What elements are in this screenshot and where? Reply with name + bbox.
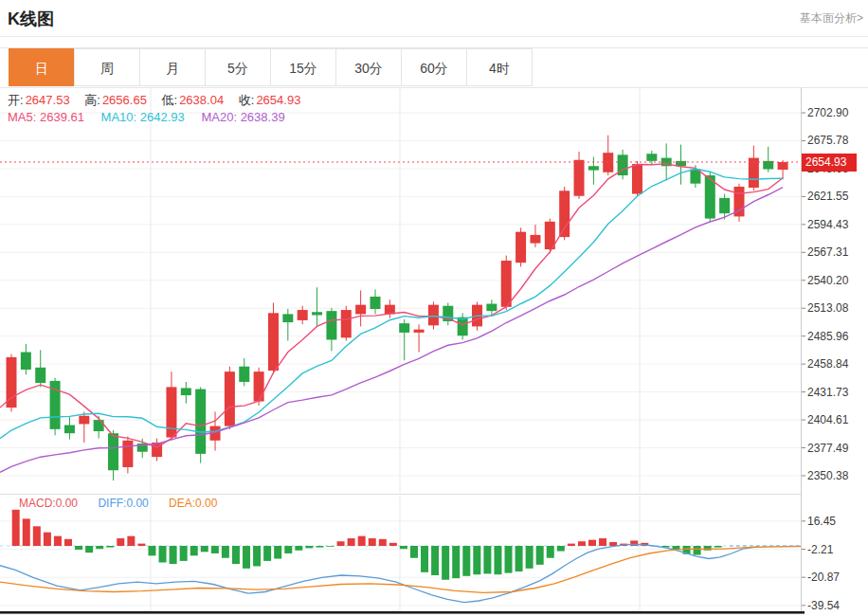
macd-histogram-bar [462,546,470,576]
macd-histogram-bar [714,546,722,548]
y-axis-label: 2567.31 [807,245,848,259]
macd-histogram-bar [180,546,188,561]
tab-5min[interactable]: 5分 [205,48,271,86]
macd-histogram-bar [526,546,533,569]
candle-body [94,420,104,431]
close-label: 收: [239,93,255,107]
high-value: 2656.65 [102,93,147,107]
diff-readout: DIFF:0.00 [98,497,148,510]
current-price-badge: 2654.93 [802,154,857,172]
macd-histogram-bar [106,546,114,548]
tab-30min[interactable]: 30分 [335,48,402,86]
macd-histogram-bar [348,538,355,546]
candle-body [486,304,497,312]
y-axis-label: 2621.55 [807,190,848,203]
macd-histogram-bar [515,546,523,571]
candle-body [588,166,599,170]
macd-histogram-bar [75,546,82,550]
candle-body [355,305,366,315]
macd-histogram-bar [442,546,449,580]
macd-histogram-bar [400,546,407,549]
candle-body [108,433,118,470]
macd-histogram-bar [23,518,30,546]
candle-body [181,388,191,395]
macd-histogram-bar [505,546,513,573]
macd-histogram-bar [201,546,208,552]
macd-histogram-bar [253,546,261,566]
candle-body [646,154,657,161]
dea-readout: DEA:0.00 [169,497,217,510]
macd-histogram-bar [159,546,167,562]
macd-histogram-bar [327,546,335,547]
low-label: 低: [162,93,178,107]
diff-line [0,544,758,602]
y-axis-label: 2540.20 [807,274,848,287]
y-axis-label: 2377.49 [807,442,848,455]
macd-histogram-bar [421,546,428,572]
macd-histogram-bar [96,546,103,549]
macd-histogram-bar [358,536,366,546]
candle-body [559,190,570,237]
y-axis-label: 2350.38 [807,469,848,482]
candle-body [341,310,352,337]
macd-histogram-bar [557,546,565,552]
macd-info-row: MACD:0.00 DIFF:0.00 DEA:0.00 [19,497,217,510]
macd-histogram-bar [609,542,617,546]
candle-body [428,305,439,326]
macd-histogram-bar [568,544,575,546]
macd-histogram-bar [316,546,323,548]
interval-tabs: 日周月5分15分30分60分4时 [9,48,533,86]
macd-histogram-bar [379,539,387,546]
fundamental-analysis-link[interactable]: 基本面分析> [800,10,863,27]
macd-histogram-bar [588,540,596,546]
macd-histogram-bar [222,546,229,558]
tab-month[interactable]: 月 [139,48,206,86]
y-axis-label: 2675.78 [807,134,848,147]
candle-body [458,317,468,336]
candle-body [64,426,75,434]
y-axis-label: 2594.43 [807,218,848,231]
macd-histogram-bar [483,546,491,573]
candle-body [21,353,31,370]
macd-histogram-bar [190,546,198,555]
macd-histogram-bar [452,546,460,578]
open-value: 2647.53 [26,93,70,107]
macd-histogram-bar [12,510,20,546]
ohlc-info-row: 开:2647.53 高:2656.65 低:2638.04 收:2654.93 [8,92,300,109]
macd-histogram-bar [85,546,93,553]
macd-histogram-bar [232,546,240,564]
macd-histogram-bar [54,536,62,546]
macd-histogram-bar [431,546,439,575]
macd-histogram-bar [410,546,418,558]
tab-60min[interactable]: 60分 [401,48,467,86]
candle-body [778,162,788,170]
macd-axis-label: -2.21 [807,543,833,556]
macd-histogram-bar [694,546,701,555]
tab-4hour[interactable]: 4时 [466,48,533,86]
candle-body [501,261,512,307]
y-axis-label: 2485.96 [807,330,848,343]
ma20-readout: MA20: 2638.39 [201,110,284,124]
macd-axis-label: -39.54 [807,599,840,612]
macd-histogram-bar [263,546,271,561]
candle-body [298,310,308,320]
tab-day[interactable]: 日 [9,48,75,86]
macd-axis-label: -20.87 [807,571,840,584]
macd-histogram-bar [494,546,501,574]
macd-histogram-bar [148,546,155,555]
tab-week[interactable]: 周 [74,48,140,86]
macd-histogram-bar [337,541,345,546]
macd-histogram-bar [536,546,544,565]
macd-histogram-bar [170,546,177,564]
macd-histogram-bar [599,538,606,546]
candle-body [414,330,425,333]
macd-histogram-bar [64,539,72,546]
ma-info-row: MA5: 2639.61 MA10: 2642.93 MA20: 2638.39 [8,110,285,124]
candle-body [574,160,585,196]
macd-axis-label: 16.45 [807,515,836,528]
tab-15min[interactable]: 15分 [270,48,336,86]
macd-histogram-bar [369,538,376,546]
macd-histogram-bar [33,526,41,546]
macd-histogram-bar [274,546,281,559]
y-axis-label: 2702.90 [807,106,848,119]
